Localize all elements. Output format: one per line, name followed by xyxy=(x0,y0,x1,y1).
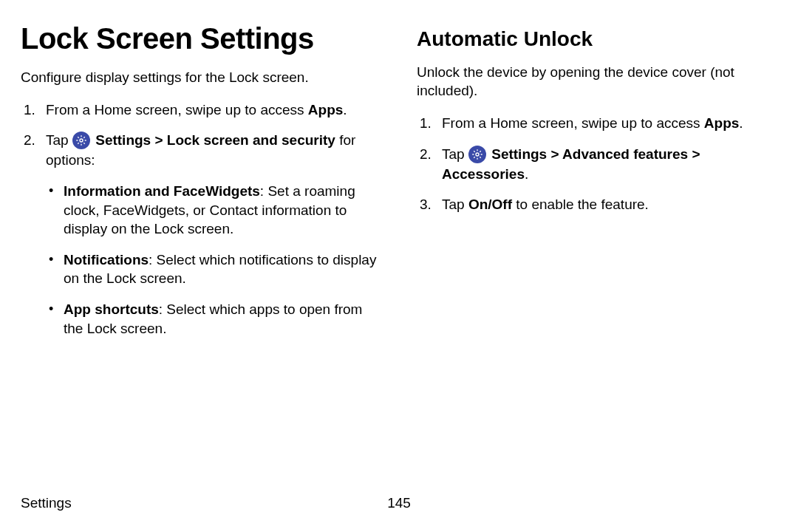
intro-text: Configure display settings for the Lock … xyxy=(21,68,381,87)
step-text: Tap xyxy=(442,197,468,212)
step-bold: Apps xyxy=(704,115,740,131)
section-title: Automatic Unlock xyxy=(417,28,777,51)
step-3: Tap On/Off to enable the feature. xyxy=(417,195,777,214)
page-footer: Settings 145 xyxy=(21,495,777,511)
options-list: Information and FaceWidgets: Set a roami… xyxy=(46,182,381,338)
page-title: Lock Screen Settings xyxy=(21,22,381,55)
option-name: App shortcuts xyxy=(64,301,159,317)
steps-list: From a Home screen, swipe up to access A… xyxy=(21,100,381,338)
settings-icon xyxy=(468,146,486,163)
step-bold: On/Off xyxy=(468,197,512,212)
step-bold: Apps xyxy=(308,102,344,117)
list-item: App shortcuts: Select which apps to open… xyxy=(46,300,381,338)
option-name: Information and FaceWidgets xyxy=(64,183,260,199)
step-text: . xyxy=(739,115,743,131)
left-column: Lock Screen Settings Configure display s… xyxy=(21,22,381,349)
settings-icon xyxy=(72,132,90,149)
step-text: to enable the feature. xyxy=(512,197,649,212)
step-1: From a Home screen, swipe up to access A… xyxy=(417,114,777,133)
svg-point-0 xyxy=(80,139,83,142)
step-2: Tap Settings > Advanced features > Acces… xyxy=(417,145,777,184)
step-1: From a Home screen, swipe up to access A… xyxy=(21,100,381,120)
list-item: Notifications: Select which notification… xyxy=(46,250,381,288)
steps-list: From a Home screen, swipe up to access A… xyxy=(417,114,777,214)
step-text: Tap xyxy=(46,132,72,148)
svg-point-1 xyxy=(476,153,479,156)
step-text: . xyxy=(525,166,528,182)
list-item: Information and FaceWidgets: Set a roami… xyxy=(46,182,381,239)
step-text: From a Home screen, swipe up to access xyxy=(46,102,308,117)
step-text: From a Home screen, swipe up to access xyxy=(442,115,704,131)
step-bold: Settings > Lock screen and security xyxy=(95,132,335,148)
intro-text: Unlock the device by opening the device … xyxy=(417,63,777,100)
step-text: Tap xyxy=(442,146,468,162)
footer-section: Settings xyxy=(21,495,72,511)
footer-page-number: 145 xyxy=(387,495,411,511)
step-text: . xyxy=(343,102,347,117)
right-column: Automatic Unlock Unlock the device by op… xyxy=(417,22,777,349)
step-2: Tap Settings > Lock screen and security … xyxy=(21,131,381,338)
option-name: Notifications xyxy=(64,252,149,267)
